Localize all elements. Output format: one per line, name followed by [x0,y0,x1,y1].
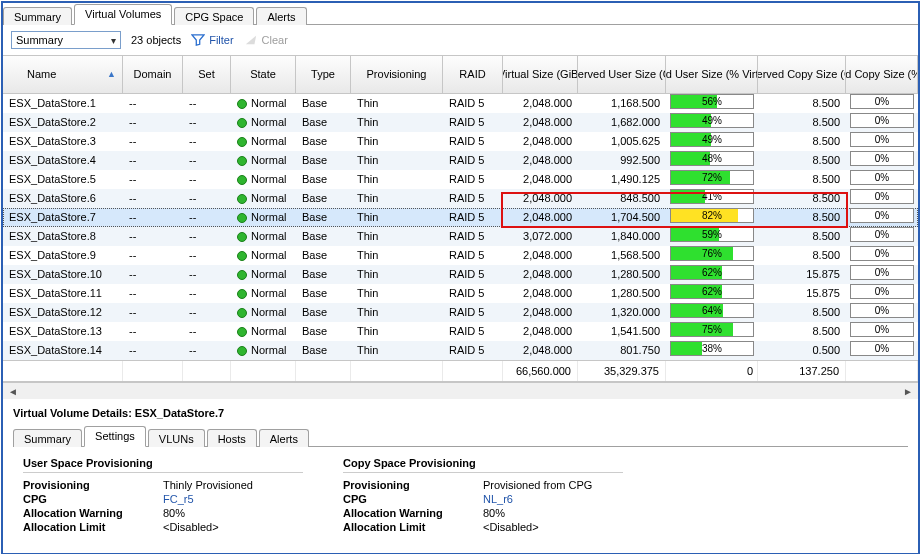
rcopy-pct-bar: 0% [850,265,914,280]
used-pct-bar: 48% [670,151,754,166]
toolbar: Summary 23 objects Filter Clear [3,25,918,55]
horizontal-scrollbar[interactable]: ◄ ► [3,382,918,399]
details-tabbar: SummarySettingsVLUNsHostsAlerts [13,425,908,447]
col-state[interactable]: State [231,56,296,94]
grid-footer: 66,560.00035,329.3750137.250 [3,360,918,381]
user-space-section: User Space Provisioning ProvisioningThin… [23,457,303,535]
tab-summary[interactable]: Summary [3,7,72,25]
state-normal-icon [237,175,247,185]
details-title: Virtual Volume Details: ESX_DataStore.7 [13,407,908,419]
value: Thinly Provisioned [163,479,253,491]
col-rcpct[interactable]: Reserved Copy Size (% Virtual) [846,56,918,94]
label: Allocation Limit [23,521,163,533]
value: <Disabled> [163,521,219,533]
col-raid[interactable]: RAID [443,56,503,94]
state-normal-icon [237,289,247,299]
details-tab-summary[interactable]: Summary [13,429,82,447]
rcopy-pct-bar: 0% [850,322,914,337]
rcopy-pct-bar: 0% [850,151,914,166]
state-normal-icon [237,251,247,261]
cpg-link[interactable]: NL_r6 [483,493,513,505]
state-normal-icon [237,346,247,356]
object-count: 23 objects [131,34,181,46]
grid-body: ESX_DataStore.1----NormalBaseThinRAID 52… [3,94,918,360]
used-pct-bar: 49% [670,113,754,128]
tab-alerts[interactable]: Alerts [256,7,306,25]
total-vsize: 66,560.000 [503,361,578,381]
table-row[interactable]: ESX_DataStore.6----NormalBaseThinRAID 52… [3,189,918,208]
table-row[interactable]: ESX_DataStore.5----NormalBaseThinRAID 52… [3,170,918,189]
col-prov[interactable]: Provisioning [351,56,443,94]
rcopy-pct-bar: 0% [850,189,914,204]
label: Provisioning [343,479,483,491]
table-row[interactable]: ESX_DataStore.3----NormalBaseThinRAID 52… [3,132,918,151]
user-space-heading: User Space Provisioning [23,457,303,473]
table-row[interactable]: ESX_DataStore.13----NormalBaseThinRAID 5… [3,322,918,341]
table-row[interactable]: ESX_DataStore.9----NormalBaseThinRAID 52… [3,246,918,265]
tab-cpg-space[interactable]: CPG Space [174,7,254,25]
used-pct-bar: 75% [670,322,754,337]
view-combo[interactable]: Summary [11,31,121,49]
col-used[interactable]: Used User Size (% Virtual) [666,56,758,94]
details-tab-alerts[interactable]: Alerts [259,429,309,447]
table-row[interactable]: ESX_DataStore.7----NormalBaseThinRAID 52… [3,208,918,227]
col-type[interactable]: Type [296,56,351,94]
details-tab-settings[interactable]: Settings [84,426,146,447]
label: Provisioning [23,479,163,491]
table-row[interactable]: ESX_DataStore.4----NormalBaseThinRAID 52… [3,151,918,170]
details-tab-hosts[interactable]: Hosts [207,429,257,447]
used-pct-bar: 38% [670,341,754,356]
clear-icon [244,34,258,46]
clear-button[interactable]: Clear [244,34,288,46]
used-pct-bar: 62% [670,265,754,280]
rcopy-pct-bar: 0% [850,132,914,147]
scroll-right-arrow[interactable]: ► [900,384,916,399]
table-row[interactable]: ESX_DataStore.10----NormalBaseThinRAID 5… [3,265,918,284]
rcopy-pct-bar: 0% [850,284,914,299]
state-normal-icon [237,232,247,242]
used-pct-bar: 56% [670,94,754,109]
used-pct-bar: 49% [670,132,754,147]
state-normal-icon [237,194,247,204]
label: CPG [343,493,483,505]
tab-virtual-volumes[interactable]: Virtual Volumes [74,4,172,25]
total-rcopy: 137.250 [758,361,846,381]
rcopy-pct-bar: 0% [850,341,914,356]
table-row[interactable]: ESX_DataStore.14----NormalBaseThinRAID 5… [3,341,918,360]
used-pct-bar: 64% [670,303,754,318]
used-pct-bar: 41% [670,189,754,204]
state-normal-icon [237,308,247,318]
state-normal-icon [237,99,247,109]
scroll-left-arrow[interactable]: ◄ [5,384,21,399]
used-pct-bar: 72% [670,170,754,185]
col-rusize[interactable]: Reserved User Size (GiB) [578,56,666,94]
table-row[interactable]: ESX_DataStore.8----NormalBaseThinRAID 53… [3,227,918,246]
total-rusize: 35,329.375 [578,361,666,381]
filter-button[interactable]: Filter [191,34,233,46]
col-name[interactable]: Name▲ [3,56,123,94]
table-row[interactable]: ESX_DataStore.2----NormalBaseThinRAID 52… [3,113,918,132]
rcopy-pct-bar: 0% [850,170,914,185]
rcopy-pct-bar: 0% [850,94,914,109]
col-vsize[interactable]: Virtual Size (GiB) [503,56,578,94]
col-rcopy[interactable]: Reserved Copy Size (GiB) [758,56,846,94]
state-normal-icon [237,327,247,337]
table-row[interactable]: ESX_DataStore.11----NormalBaseThinRAID 5… [3,284,918,303]
col-domain[interactable]: Domain [123,56,183,94]
grid-header: Name▲DomainSetStateTypeProvisioningRAIDV… [3,56,918,94]
details-tab-vluns[interactable]: VLUNs [148,429,205,447]
state-normal-icon [237,156,247,166]
table-row[interactable]: ESX_DataStore.1----NormalBaseThinRAID 52… [3,94,918,113]
rcopy-pct-bar: 0% [850,303,914,318]
volumes-grid: Name▲DomainSetStateTypeProvisioningRAIDV… [3,55,918,382]
total-rcpct [846,361,918,381]
value: Provisioned from CPG [483,479,592,491]
col-set[interactable]: Set [183,56,231,94]
label: Allocation Warning [23,507,163,519]
value: <Disabled> [483,521,539,533]
used-pct-bar: 62% [670,284,754,299]
rcopy-pct-bar: 0% [850,227,914,242]
cpg-link[interactable]: FC_r5 [163,493,194,505]
table-row[interactable]: ESX_DataStore.12----NormalBaseThinRAID 5… [3,303,918,322]
copy-space-section: Copy Space Provisioning ProvisioningProv… [343,457,623,535]
